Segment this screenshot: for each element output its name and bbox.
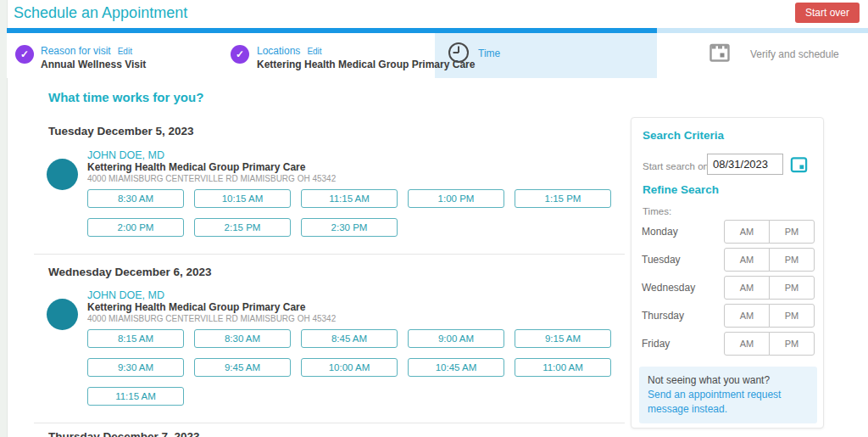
date-heading: Tuesday December 5, 2023 [48, 125, 194, 137]
step-label: Reason for visit [41, 45, 111, 57]
date-heading: Wednesday December 6, 2023 [48, 266, 212, 278]
time-slot-button[interactable]: 8:30 AM [87, 189, 184, 208]
provider-avatar [47, 299, 78, 330]
step-value: Kettering Health Medical Group Primary C… [257, 59, 475, 70]
am-toggle-button[interactable]: AM [724, 248, 770, 272]
time-slot-button[interactable]: 11:15 AM [87, 387, 184, 406]
provider-name: JOHN DOE, MD [87, 289, 336, 301]
datepicker-calendar-icon[interactable] [790, 155, 808, 176]
refine-day-label: Wednesday [642, 282, 695, 294]
refine-day-rows: MondayAMPMTuesdayAMPMWednesdayAMPMThursd… [642, 220, 815, 360]
completed-check-icon: ✓ [15, 45, 34, 64]
step-label-verify: Verify and schedule [750, 48, 839, 60]
search-criteria-title: Search Criteria [643, 129, 724, 142]
edit-reason-link[interactable]: Edit [118, 47, 132, 56]
pm-toggle-button[interactable]: PM [769, 248, 815, 272]
start-over-button[interactable]: Start over [795, 3, 860, 23]
refine-day-row: FridayAMPM [642, 332, 815, 356]
am-toggle-button[interactable]: AM [724, 304, 770, 328]
edit-locations-link[interactable]: Edit [307, 47, 321, 56]
time-slot-button[interactable]: 11:15 AM [301, 189, 398, 208]
step-label-time: Time [478, 48, 500, 59]
page-title: Schedule an Appointment [14, 4, 187, 22]
time-slot-button[interactable]: 9:15 AM [515, 329, 611, 348]
step-value: Annual Wellness Visit [41, 59, 146, 70]
time-slot-button[interactable]: 10:45 AM [408, 358, 504, 377]
time-slot-grid: 8:15 AM8:30 AM8:45 AM9:00 AM9:15 AM9:30 … [87, 329, 630, 406]
time-slot-button[interactable]: 11:00 AM [515, 358, 611, 377]
appointment-request-link[interactable]: Send an appointment request message inst… [648, 388, 809, 417]
am-toggle-button[interactable]: AM [724, 332, 770, 356]
step-label: Locations [257, 45, 300, 57]
refine-day-label: Friday [642, 338, 670, 350]
time-slot-button[interactable]: 1:15 PM [515, 189, 611, 208]
am-toggle-button[interactable]: AM [724, 220, 770, 244]
search-criteria-panel: Search Criteria Start search on: Refine … [631, 117, 824, 429]
tab-verify-and-schedule[interactable]: Verify and schedule [657, 33, 868, 78]
refine-day-row: TuesdayAMPM [642, 248, 815, 272]
refine-day-row: WednesdayAMPM [642, 276, 815, 300]
section-divider [34, 254, 625, 255]
refine-day-label: Tuesday [642, 254, 681, 266]
start-search-date-input[interactable] [707, 154, 783, 175]
start-search-label: Start search on: [643, 161, 711, 171]
note-question: Not seeing what you want? [648, 373, 809, 388]
am-pm-toggle-group: AMPM [724, 276, 815, 300]
am-toggle-button[interactable]: AM [724, 276, 770, 300]
time-slot-button[interactable]: 10:15 AM [194, 189, 291, 208]
refine-day-row: MondayAMPM [642, 220, 815, 244]
time-slot-button[interactable]: 9:00 AM [408, 329, 504, 348]
wizard-steps: ✓ Reason for visitEdit Annual Wellness V… [7, 33, 868, 78]
provider-clinic: Kettering Health Medical Group Primary C… [87, 301, 336, 313]
pm-toggle-button[interactable]: PM [769, 304, 815, 328]
time-slot-button[interactable]: 2:00 PM [87, 218, 184, 237]
refine-day-label: Thursday [642, 310, 684, 322]
am-pm-toggle-group: AMPM [724, 332, 815, 356]
pm-toggle-button[interactable]: PM [769, 276, 815, 300]
time-slot-button[interactable]: 8:45 AM [301, 329, 398, 348]
provider-avatar [47, 159, 78, 190]
provider-address: 4000 MIAMISBURG CENTERVILLE RD MIAMISBUR… [87, 314, 336, 324]
request-note-box: Not seeing what you want? Send an appoin… [639, 367, 817, 423]
time-slot-button[interactable]: 2:15 PM [194, 218, 291, 237]
tab-reason-for-visit[interactable]: ✓ Reason for visitEdit Annual Wellness V… [7, 33, 217, 78]
am-pm-toggle-group: AMPM [724, 248, 815, 272]
refine-search-title: Refine Search [643, 183, 719, 196]
completed-check-icon: ✓ [231, 45, 249, 64]
provider-name: JOHN DOE, MD [87, 149, 336, 161]
date-heading-cutoff: Thursday December 7, 2023 [48, 430, 200, 437]
pm-toggle-button[interactable]: PM [769, 332, 815, 356]
section-divider [34, 423, 625, 423]
page-question-heading: What time works for you? [48, 90, 203, 104]
time-slot-button[interactable]: 1:00 PM [408, 189, 504, 208]
pm-toggle-button[interactable]: PM [769, 220, 815, 244]
time-slot-button[interactable]: 8:30 AM [194, 329, 291, 348]
am-pm-toggle-group: AMPM [724, 220, 815, 244]
tab-locations[interactable]: ✓ LocationsEdit Kettering Health Medical… [217, 33, 435, 78]
time-slot-button[interactable]: 9:45 AM [194, 358, 291, 377]
time-slot-button[interactable]: 9:30 AM [87, 358, 184, 377]
time-slot-button[interactable]: 10:00 AM [301, 358, 398, 377]
am-pm-toggle-group: AMPM [724, 304, 815, 328]
appointment-scheduler-page: Schedule an Appointment Start over ✓ Rea… [0, 0, 868, 437]
time-slot-button[interactable]: 8:15 AM [87, 329, 184, 348]
time-slot-grid: 8:30 AM10:15 AM11:15 AM1:00 PM1:15 PM2:0… [87, 189, 630, 237]
calendar-icon [709, 41, 731, 66]
clock-icon [447, 41, 470, 68]
provider-address: 4000 MIAMISBURG CENTERVILLE RD MIAMISBUR… [87, 174, 336, 184]
provider-clinic: Kettering Health Medical Group Primary C… [87, 161, 336, 173]
times-label: Times: [643, 206, 671, 216]
refine-day-row: ThursdayAMPM [642, 304, 815, 328]
refine-day-label: Monday [642, 226, 678, 238]
time-slot-button[interactable]: 2:30 PM [301, 218, 398, 237]
